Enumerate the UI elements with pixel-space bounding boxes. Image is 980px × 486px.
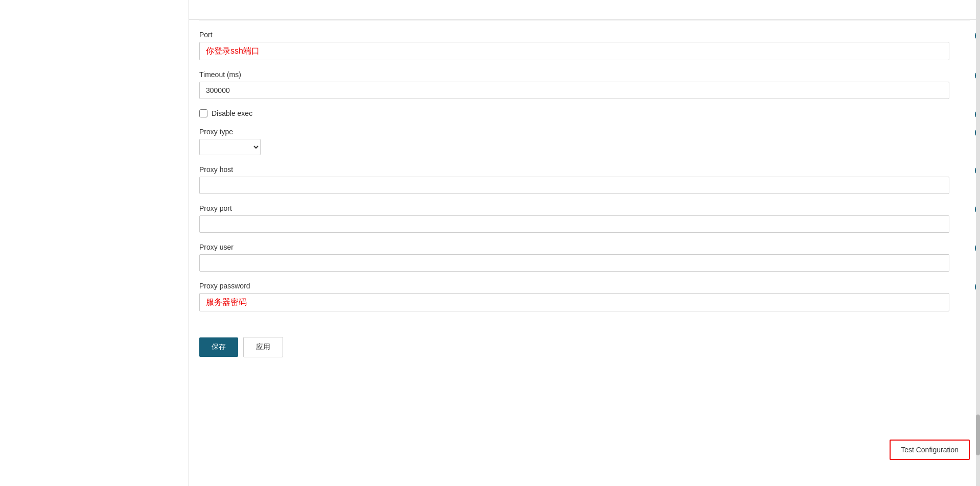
proxy-type-label: Proxy type (199, 128, 949, 136)
apply-button[interactable]: 应用 (243, 337, 283, 357)
proxy-port-input[interactable] (199, 215, 949, 233)
port-label: Port (199, 31, 949, 39)
proxy-password-input[interactable] (199, 293, 949, 311)
scrollbar-thumb[interactable] (976, 415, 980, 455)
test-configuration-button[interactable]: Test Configuration (890, 440, 970, 460)
action-buttons: 保存 应用 (199, 337, 970, 357)
proxy-type-select[interactable]: HTTP SOCKS4 SOCKS5 (199, 139, 261, 155)
proxy-password-label: Proxy password (199, 282, 949, 290)
proxy-port-label: Proxy port (199, 204, 949, 212)
save-button[interactable]: 保存 (199, 337, 238, 357)
disable-exec-group: Disable exec ? (199, 109, 970, 117)
proxy-port-group: Proxy port ? (199, 204, 970, 233)
top-divider (199, 20, 970, 20)
proxy-host-group: Proxy host ? (199, 165, 970, 194)
proxy-user-input[interactable] (199, 254, 949, 272)
proxy-host-input[interactable] (199, 177, 949, 194)
port-group: Port ? (199, 31, 970, 60)
proxy-type-group: Proxy type HTTP SOCKS4 SOCKS5 ? (199, 128, 970, 155)
form-container: Port ? Timeout (ms) ? Disable exec ? Pro… (189, 20, 980, 368)
proxy-user-group: Proxy user ? (199, 243, 970, 272)
scrollbar[interactable] (976, 0, 980, 486)
proxy-password-group: Proxy password ? (199, 282, 970, 311)
proxy-user-label: Proxy user (199, 243, 949, 251)
disable-exec-label[interactable]: Disable exec (212, 109, 252, 117)
port-input[interactable] (199, 42, 949, 60)
timeout-label: Timeout (ms) (199, 70, 949, 79)
timeout-input[interactable] (199, 82, 949, 99)
main-content: Port ? Timeout (ms) ? Disable exec ? Pro… (189, 20, 980, 486)
sidebar (0, 0, 189, 486)
proxy-host-label: Proxy host (199, 165, 949, 174)
disable-exec-checkbox[interactable] (199, 109, 207, 117)
timeout-group: Timeout (ms) ? (199, 70, 970, 99)
